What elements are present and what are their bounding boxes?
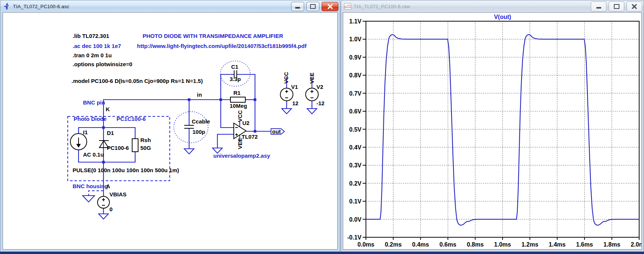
schematic-label[interactable]: TL072: [242, 134, 258, 140]
schematic-label[interactable]: 0: [109, 206, 112, 212]
y-tick-label: 0.7V: [349, 90, 361, 97]
schematic-label[interactable]: 12: [292, 100, 299, 106]
y-tick-label: 1.0V: [349, 36, 361, 42]
resistor-r1[interactable]: [230, 97, 245, 102]
schematic-label[interactable]: K: [106, 106, 110, 112]
close-button[interactable]: [322, 2, 338, 11]
y-tick-label: 0.3V: [349, 162, 361, 168]
schematic-label[interactable]: D1: [107, 130, 114, 136]
voltage-source-v2[interactable]: [306, 88, 318, 101]
schematic-label[interactable]: BNC pin: [83, 99, 105, 106]
window-controls: [591, 1, 644, 12]
schematic-label[interactable]: PC100-6: [107, 145, 129, 151]
y-tick-label: -0.1V: [347, 234, 362, 241]
waveform-plot-area[interactable]: V(out) 0.0ms0.2ms0.4ms0.6ms0.8ms1.0ms1.2…: [343, 12, 642, 250]
schematic-label[interactable]: .tran 0 2m 0 1u: [73, 52, 112, 58]
schematic-label[interactable]: 10Meg: [230, 103, 247, 109]
minimize-icon: [596, 7, 601, 9]
voltage-source-vbias[interactable]: [98, 196, 109, 208]
schematic-label[interactable]: VEE: [309, 73, 315, 84]
x-tick-label: 0.2ms: [385, 241, 402, 248]
bnc-housing-dashed-wire: [89, 191, 103, 195]
resistor-rsh[interactable]: [132, 139, 138, 152]
waveform-window: TIA_TL072_PC100-6.raw V(out) 0.0ms0.2ms0…: [341, 0, 644, 252]
ground-v2: [307, 109, 317, 114]
schematic-label[interactable]: C1: [231, 64, 238, 70]
schematic-label[interactable]: V2: [316, 84, 323, 90]
capacitor-ccable[interactable]: [184, 125, 194, 128]
schematic-label[interactable]: universalopamp2.asy: [213, 152, 270, 159]
schematic-labels: .lib TL072.301.ac dec 100 1k 1e7.tran 0 …: [71, 33, 325, 212]
y-tick-label: 0.1V: [349, 198, 361, 205]
close-icon: [632, 4, 637, 9]
plot-title: V(out): [494, 14, 511, 20]
waveform-window-titlebar[interactable]: TIA_TL072_PC100-6.raw: [341, 0, 644, 12]
schematic-label[interactable]: V1: [291, 84, 298, 90]
y-tick-label: 0.9V: [349, 54, 361, 61]
maximize-icon: [614, 4, 619, 9]
x-tick-label: 1.6ms: [576, 241, 593, 248]
y-tick-label: 0.2V: [349, 180, 361, 187]
maximize-icon: [310, 4, 316, 9]
window-controls: [291, 2, 340, 11]
waveform-window-title: TIA_TL072_PC100-6.raw: [354, 4, 410, 9]
schematic-label[interactable]: VCC: [237, 110, 243, 122]
current-source-i1[interactable]: [70, 134, 87, 150]
voltage-source-v1[interactable]: [280, 88, 293, 101]
schematic-label[interactable]: R1: [233, 90, 240, 96]
schematic-label[interactable]: 50G: [140, 145, 151, 151]
schematic-label[interactable]: PHOTO DIODE WITH TRANSIMPEDANCE AMPLIFIE…: [143, 33, 283, 39]
schematic-label[interactable]: VEE: [237, 138, 243, 149]
y-tick-label: 0.6V: [349, 108, 361, 115]
schematic-label[interactable]: BNC housing: [73, 183, 108, 189]
schematic-label[interactable]: .lib TL072.301: [73, 33, 109, 39]
minimize-button[interactable]: [591, 1, 606, 12]
schematic-window-titlebar[interactable]: TIA_TL072_PC100-6.asc: [0, 0, 340, 12]
taskbar-edge: [0, 252, 644, 254]
close-icon: [328, 4, 333, 9]
schematic-label[interactable]: A: [106, 183, 110, 189]
schematic-label[interactable]: .options plotwinsize=0: [73, 61, 132, 67]
x-tick-label: 2.0ms: [631, 241, 641, 248]
schematic-canvas[interactable]: .lib TL072.301.ac dec 100 1k 1e7.tran 0 …: [3, 12, 338, 250]
waveform-plot[interactable]: V(out) 0.0ms0.2ms0.4ms0.6ms0.8ms1.0ms1.2…: [343, 13, 641, 249]
maximize-button[interactable]: [306, 2, 319, 11]
x-tick-label: 1.2ms: [522, 241, 538, 248]
schematic-window: TIA_TL072_PC100-6.asc: [0, 0, 340, 252]
schematic-label[interactable]: http://www.light-flyingtech.com/upfile/2…: [137, 43, 307, 49]
minimize-icon: [295, 7, 300, 9]
schematic-label[interactable]: PC1C100-6: [117, 116, 146, 122]
schematic-label[interactable]: out: [272, 128, 281, 135]
y-tick-label: 0.8V: [349, 72, 361, 78]
schematic-label[interactable]: VBIAS: [109, 191, 127, 197]
y-tick-label: 0.5V: [349, 126, 361, 133]
schematic-label[interactable]: .ac dec 100 1k 1e7: [73, 43, 121, 49]
schematic-label[interactable]: Photo Diode: [74, 116, 106, 122]
schematic-label[interactable]: AC 0.1u: [83, 151, 104, 158]
schematic-window-title: TIA_TL072_PC100-6.asc: [13, 4, 69, 9]
ground-vbias: [99, 214, 108, 219]
x-tick-label: 0.8ms: [467, 241, 484, 248]
close-button[interactable]: [627, 1, 642, 12]
minimize-button[interactable]: [291, 2, 304, 11]
schematic-label[interactable]: U2: [242, 120, 249, 126]
maximize-button[interactable]: [609, 1, 624, 12]
schematic-label[interactable]: PULSE(0 100n 100u 100n 100n 500u 1m): [73, 167, 179, 173]
schematic-label[interactable]: I1: [83, 129, 88, 135]
y-tick-label: 0.0V: [349, 216, 361, 223]
plot-tick-labels: 0.0ms0.2ms0.4ms0.6ms0.8ms1.0ms1.2ms1.4ms…: [347, 18, 641, 248]
schematic-label[interactable]: -12: [316, 100, 325, 106]
schematic-label[interactable]: Ccable: [192, 118, 210, 125]
schematic-label[interactable]: 3.3p: [230, 76, 241, 82]
x-tick-label: 0.6ms: [440, 241, 456, 248]
x-tick-label: 1.4ms: [549, 241, 565, 248]
schematic-label[interactable]: in: [197, 91, 202, 98]
schematic-label[interactable]: VCC: [283, 72, 289, 84]
y-tick-label: 0.4V: [349, 144, 361, 151]
schematic-label[interactable]: Rsh: [140, 137, 151, 143]
schematic-label[interactable]: 100p: [192, 129, 205, 135]
schematic-label[interactable]: .model PC100-6 D(Is=0.05n Cjo=900p Rs=1 …: [71, 78, 203, 84]
x-tick-label: 0.4ms: [412, 241, 429, 248]
ground-v1: [282, 109, 291, 114]
y-tick-label: 1.1V: [349, 18, 361, 25]
